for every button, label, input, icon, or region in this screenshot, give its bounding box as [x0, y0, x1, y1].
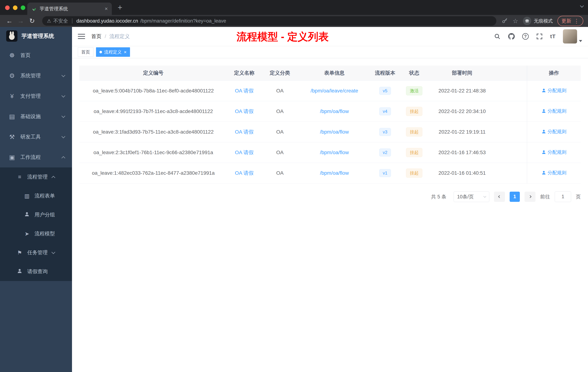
assign-rule-button[interactable]: 分配规则 [541, 87, 567, 94]
assign-rule-button[interactable]: 分配规则 [541, 129, 567, 135]
address-bar[interactable]: ⚠ 不安全 dashboard.yudao.iocoder.cn /bpm/ma… [42, 16, 496, 26]
browser-tab[interactable]: 芋道管理系统 × [27, 2, 112, 15]
assign-rule-button[interactable]: 分配规则 [541, 108, 567, 114]
sidebar-collapse-icon[interactable] [78, 34, 85, 39]
status-badge[interactable]: 挂起 [406, 148, 422, 157]
fullscreen-icon[interactable] [536, 33, 543, 40]
col-status: 状态 [400, 66, 428, 80]
sidebar-item-process-management[interactable]: ≡ 流程管理 [0, 167, 72, 186]
filler-cell [496, 101, 527, 121]
sidebar-item-label: 流程管理 [27, 174, 48, 180]
reload-icon[interactable]: ↻ [27, 17, 37, 25]
sidebar-item-infrastructure[interactable]: ▤ 基础设施 [0, 106, 72, 127]
tab-close-icon[interactable]: × [105, 6, 108, 11]
definition-name-link[interactable]: OA 请假 [235, 109, 254, 114]
browser-menu-icon[interactable]: ⋮ [574, 18, 579, 24]
definition-name-link[interactable]: OA 请假 [235, 170, 254, 176]
definition-name-link[interactable]: OA 请假 [235, 150, 254, 155]
col-definition-name: 定义名称 [227, 66, 261, 80]
prev-page-button[interactable] [494, 192, 505, 202]
definition-category: OA [261, 121, 299, 142]
deploy-time: 2022-01-22 21:48:38 [428, 80, 496, 101]
table-row: oa_leave:5:004b710b-7b8a-11ec-8ef0-acde4… [79, 80, 581, 101]
breadcrumb-home[interactable]: 首页 [91, 33, 101, 40]
sidebar-item-process-form[interactable]: ▥ 流程表单 [0, 186, 72, 205]
form-link[interactable]: /bpm/oa/flow [320, 150, 349, 155]
sidebar-item-label: 首页 [20, 52, 65, 59]
app-title: 芋道管理系统 [21, 33, 54, 40]
person-icon [16, 268, 23, 275]
definition-name-link[interactable]: OA 请假 [235, 129, 254, 135]
search-icon[interactable] [494, 33, 501, 40]
definition-name-link[interactable]: OA 请假 [235, 88, 254, 94]
deploy-time: 2022-01-22 19:19:11 [428, 121, 496, 142]
sidebar-item-workflow[interactable]: ▣ 工作流程 [0, 147, 72, 167]
minimize-window-button[interactable] [13, 5, 17, 10]
definition-category: OA [261, 101, 299, 121]
version-badge: v3 [379, 128, 391, 136]
chevron-down-icon [62, 114, 65, 118]
goto-label: 前往 [540, 194, 550, 200]
tag-close-icon[interactable]: × [124, 50, 126, 55]
incognito-indicator: 无痕模式 [523, 17, 553, 25]
sidebar-item-dev-tools[interactable]: ⚒ 研发工具 [0, 127, 72, 147]
sidebar-item-task-management[interactable]: ⚑ 任务管理 [0, 243, 72, 262]
help-icon[interactable]: ? [522, 33, 529, 40]
page-number-current[interactable]: 1 [510, 192, 520, 202]
list-icon: ≡ [16, 174, 23, 180]
security-warning-icon: ⚠ [47, 18, 51, 24]
version-badge: v1 [379, 169, 391, 177]
page-size-select[interactable]: 10条/页 [454, 191, 489, 202]
definition-table: 定义编号 定义名称 定义分类 表单信息 流程版本 状态 部署时间 操作 oa_l… [79, 66, 581, 184]
goto-page-input[interactable] [555, 191, 571, 202]
definition-id: oa_leave:3:1fad3d93-7b75-11ec-a3c8-acde4… [79, 121, 227, 142]
definition-category: OA [261, 163, 299, 183]
sidebar-item-home[interactable]: ☸ 首页 [0, 45, 72, 66]
form-link[interactable]: /bpm/oa/leave/create [311, 88, 358, 94]
user-menu[interactable] [563, 29, 582, 44]
col-definition-id: 定义编号 [79, 66, 227, 80]
avatar[interactable] [563, 29, 577, 44]
password-key-icon[interactable] [502, 18, 508, 24]
sidebar-item-payment-management[interactable]: ¥ 支付管理 [0, 86, 72, 106]
tag-process-definition[interactable]: 流程定义 × [96, 47, 130, 57]
back-icon[interactable]: ← [5, 17, 14, 25]
status-badge[interactable]: 激活 [406, 86, 422, 95]
github-icon[interactable] [508, 33, 515, 40]
col-operation: 操作 [527, 66, 581, 80]
tag-home[interactable]: 首页 [78, 47, 94, 57]
close-window-button[interactable] [5, 5, 10, 10]
sidebar-item-user-group[interactable]: 用户分组 [0, 205, 72, 224]
tab-search-chevron-icon[interactable] [580, 4, 584, 8]
status-badge[interactable]: 挂起 [406, 107, 422, 116]
assign-rule-button[interactable]: 分配规则 [541, 170, 567, 176]
font-size-icon[interactable]: tT [550, 33, 556, 40]
page-unit-label: 页 [576, 194, 581, 200]
bookmark-star-icon[interactable]: ☆ [513, 17, 518, 25]
maximize-window-button[interactable] [21, 5, 25, 10]
monitor-icon: ▤ [8, 113, 16, 120]
workflow-submenu: ≡ 流程管理 ▥ 流程表单 用户分组 ➤ 流程模型 ⚑ 任务管理 [0, 167, 72, 281]
form-link[interactable]: /bpm/oa/flow [320, 170, 349, 176]
form-link[interactable]: /bpm/oa/flow [320, 129, 349, 135]
assign-rule-button[interactable]: 分配规则 [541, 149, 567, 155]
sidebar-item-process-model[interactable]: ➤ 流程模型 [0, 224, 72, 243]
definition-id: oa_leave:2:3c1f0ef1-76b1-11ec-9c66-a2380… [79, 142, 227, 163]
chevron-up-icon [62, 156, 65, 160]
sidebar-logo-row[interactable]: 芋道管理系统 [0, 27, 72, 45]
status-badge[interactable]: 挂起 [406, 127, 422, 136]
table-header-row: 定义编号 定义名称 定义分类 表单信息 流程版本 状态 部署时间 操作 [79, 66, 581, 80]
status-badge[interactable]: 挂起 [406, 169, 422, 178]
tag-label: 首页 [81, 49, 90, 55]
definition-id: oa_leave:4:991f2193-7b7f-11ec-a3c8-acde4… [79, 101, 227, 121]
new-tab-button[interactable]: + [115, 0, 125, 15]
chevron-down-icon [62, 94, 65, 97]
forward-icon[interactable]: → [16, 17, 25, 25]
form-link[interactable]: /bpm/oa/flow [320, 109, 349, 114]
window-controls [5, 5, 25, 10]
sidebar-item-leave-query[interactable]: 请假查询 [0, 262, 72, 281]
browser-update-button[interactable]: 更新 ⋮ [557, 16, 583, 26]
sidebar: 芋道管理系统 ☸ 首页 ⚙ 系统管理 ¥ 支付管理 ▤ 基础设施 ⚒ 研发工具 … [0, 27, 72, 372]
next-page-button[interactable] [525, 192, 536, 202]
sidebar-item-system-management[interactable]: ⚙ 系统管理 [0, 66, 72, 86]
